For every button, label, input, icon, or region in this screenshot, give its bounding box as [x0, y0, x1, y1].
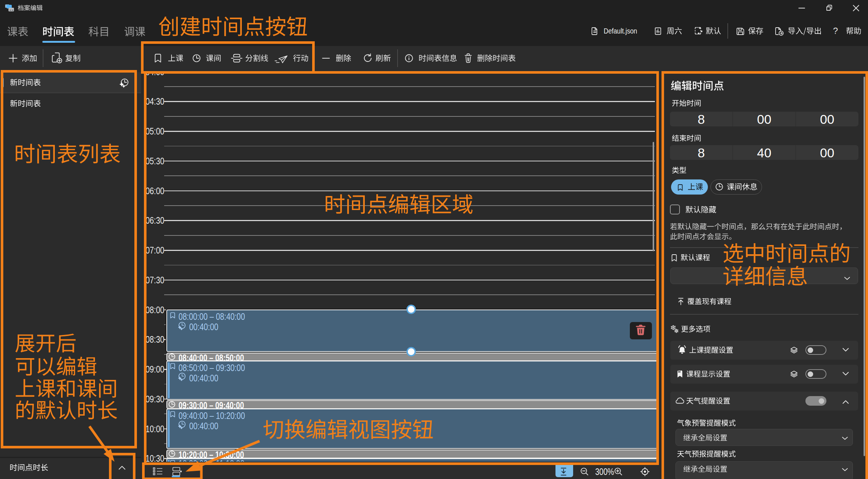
svg-text:?: ?: [833, 26, 838, 36]
